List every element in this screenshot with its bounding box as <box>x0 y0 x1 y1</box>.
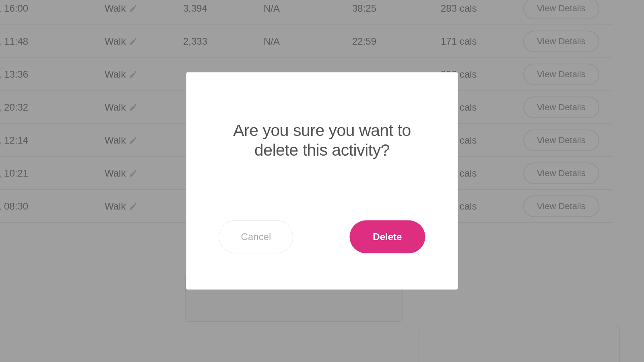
modal-title: Are you sure you want to delete this act… <box>211 121 434 160</box>
delete-confirmation-modal: Are you sure you want to delete this act… <box>186 72 458 290</box>
modal-buttons: Cancel Delete <box>211 220 434 253</box>
cancel-button[interactable]: Cancel <box>219 220 293 253</box>
delete-button[interactable]: Delete <box>349 220 425 253</box>
